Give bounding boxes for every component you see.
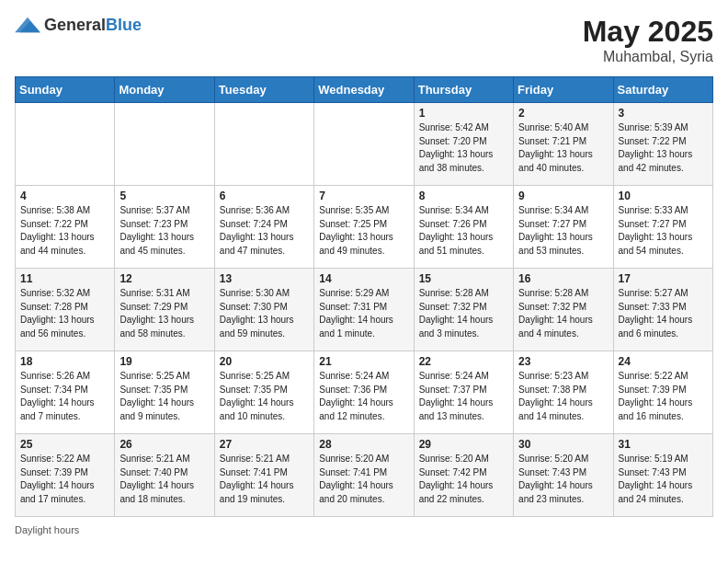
calendar-week-row: 11Sunrise: 5:32 AM Sunset: 7:28 PM Dayli… (16, 269, 713, 351)
day-number: 7 (319, 190, 408, 202)
calendar-cell: 14Sunrise: 5:29 AM Sunset: 7:31 PM Dayli… (314, 269, 414, 351)
day-number: 20 (220, 355, 309, 368)
day-number: 1 (419, 107, 508, 120)
day-of-week-sunday: Sunday (16, 77, 115, 103)
day-info: Sunrise: 5:34 AM Sunset: 7:26 PM Dayligh… (419, 204, 508, 258)
calendar-week-row: 25Sunrise: 5:22 AM Sunset: 7:39 PM Dayli… (16, 434, 713, 517)
day-number: 13 (220, 272, 309, 285)
day-number: 6 (220, 190, 309, 202)
day-info: Sunrise: 5:24 AM Sunset: 7:37 PM Dayligh… (419, 370, 508, 423)
day-info: Sunrise: 5:25 AM Sunset: 7:35 PM Dayligh… (119, 370, 209, 423)
calendar-cell: 3Sunrise: 5:39 AM Sunset: 7:22 PM Daylig… (613, 103, 712, 186)
day-info: Sunrise: 5:22 AM Sunset: 7:39 PM Dayligh… (619, 370, 708, 423)
calendar-cell: 6Sunrise: 5:36 AM Sunset: 7:24 PM Daylig… (214, 186, 313, 269)
calendar-cell: 8Sunrise: 5:34 AM Sunset: 7:26 PM Daylig… (414, 186, 513, 269)
day-info: Sunrise: 5:29 AM Sunset: 7:31 PM Dayligh… (319, 287, 408, 340)
calendar-week-row: 1Sunrise: 5:42 AM Sunset: 7:20 PM Daylig… (16, 103, 713, 186)
day-info: Sunrise: 5:34 AM Sunset: 7:27 PM Dayligh… (518, 204, 608, 258)
calendar-cell (16, 103, 115, 186)
calendar-cell: 1Sunrise: 5:42 AM Sunset: 7:20 PM Daylig… (414, 103, 513, 186)
day-number: 5 (119, 190, 209, 202)
day-of-week-header-row: SundayMondayTuesdayWednesdayThursdayFrid… (16, 77, 713, 103)
day-info: Sunrise: 5:42 AM Sunset: 7:20 PM Dayligh… (419, 121, 508, 175)
day-number: 24 (619, 355, 708, 368)
day-number: 8 (419, 190, 508, 202)
day-number: 25 (20, 438, 109, 451)
day-number: 10 (619, 190, 708, 202)
day-number: 21 (319, 355, 408, 368)
calendar-cell (115, 103, 214, 186)
calendar-cell: 17Sunrise: 5:27 AM Sunset: 7:33 PM Dayli… (613, 269, 712, 351)
day-number: 27 (220, 438, 309, 451)
day-info: Sunrise: 5:35 AM Sunset: 7:25 PM Dayligh… (319, 204, 408, 258)
calendar-body: 1Sunrise: 5:42 AM Sunset: 7:20 PM Daylig… (16, 103, 713, 517)
calendar-table: SundayMondayTuesdayWednesdayThursdayFrid… (15, 76, 713, 517)
day-info: Sunrise: 5:33 AM Sunset: 7:27 PM Dayligh… (619, 204, 708, 258)
calendar-week-row: 18Sunrise: 5:26 AM Sunset: 7:34 PM Dayli… (16, 351, 713, 434)
day-of-week-saturday: Saturday (613, 77, 712, 103)
day-of-week-friday: Friday (514, 77, 613, 103)
calendar-cell: 13Sunrise: 5:30 AM Sunset: 7:30 PM Dayli… (214, 269, 313, 351)
day-number: 28 (319, 438, 408, 451)
calendar-cell: 4Sunrise: 5:38 AM Sunset: 7:22 PM Daylig… (16, 186, 115, 269)
calendar-cell (314, 103, 414, 186)
day-number: 11 (20, 272, 109, 285)
day-info: Sunrise: 5:37 AM Sunset: 7:23 PM Dayligh… (119, 204, 209, 258)
day-info: Sunrise: 5:20 AM Sunset: 7:41 PM Dayligh… (319, 453, 408, 506)
day-number: 16 (518, 272, 608, 285)
calendar-cell: 24Sunrise: 5:22 AM Sunset: 7:39 PM Dayli… (613, 351, 712, 434)
day-info: Sunrise: 5:31 AM Sunset: 7:29 PM Dayligh… (119, 287, 209, 340)
day-info: Sunrise: 5:20 AM Sunset: 7:43 PM Dayligh… (518, 453, 608, 506)
day-info: Sunrise: 5:36 AM Sunset: 7:24 PM Dayligh… (220, 204, 309, 258)
day-info: Sunrise: 5:40 AM Sunset: 7:21 PM Dayligh… (518, 121, 608, 175)
day-number: 14 (319, 272, 408, 285)
day-number: 23 (518, 355, 608, 368)
day-of-week-wednesday: Wednesday (314, 77, 414, 103)
calendar-cell: 28Sunrise: 5:20 AM Sunset: 7:41 PM Dayli… (314, 434, 414, 517)
calendar-cell: 7Sunrise: 5:35 AM Sunset: 7:25 PM Daylig… (314, 186, 414, 269)
calendar-cell: 21Sunrise: 5:24 AM Sunset: 7:36 PM Dayli… (314, 351, 414, 434)
day-number: 19 (119, 355, 209, 368)
day-info: Sunrise: 5:39 AM Sunset: 7:22 PM Dayligh… (619, 121, 708, 175)
day-number: 30 (518, 438, 608, 451)
calendar-cell: 30Sunrise: 5:20 AM Sunset: 7:43 PM Dayli… (514, 434, 613, 517)
day-info: Sunrise: 5:21 AM Sunset: 7:41 PM Dayligh… (220, 453, 309, 506)
calendar-cell: 10Sunrise: 5:33 AM Sunset: 7:27 PM Dayli… (613, 186, 712, 269)
calendar-week-row: 4Sunrise: 5:38 AM Sunset: 7:22 PM Daylig… (16, 186, 713, 269)
calendar-cell: 5Sunrise: 5:37 AM Sunset: 7:23 PM Daylig… (115, 186, 214, 269)
calendar-cell: 16Sunrise: 5:28 AM Sunset: 7:32 PM Dayli… (514, 269, 613, 351)
day-number: 15 (419, 272, 508, 285)
calendar-cell: 31Sunrise: 5:19 AM Sunset: 7:43 PM Dayli… (613, 434, 712, 517)
calendar-cell: 29Sunrise: 5:20 AM Sunset: 7:42 PM Dayli… (414, 434, 513, 517)
day-of-week-tuesday: Tuesday (214, 77, 313, 103)
day-number: 12 (119, 272, 209, 285)
location-subtitle: Muhambal, Syria (583, 49, 713, 65)
day-info: Sunrise: 5:27 AM Sunset: 7:33 PM Dayligh… (619, 287, 708, 340)
day-number: 18 (20, 355, 109, 368)
day-of-week-thursday: Thursday (414, 77, 513, 103)
day-info: Sunrise: 5:23 AM Sunset: 7:38 PM Dayligh… (518, 370, 608, 423)
calendar-cell: 19Sunrise: 5:25 AM Sunset: 7:35 PM Dayli… (115, 351, 214, 434)
logo-icon (15, 15, 40, 35)
day-number: 31 (619, 438, 708, 451)
day-number: 26 (119, 438, 209, 451)
page-header: GeneralBlue May 2025 Muhambal, Syria (15, 15, 713, 65)
calendar-cell: 11Sunrise: 5:32 AM Sunset: 7:28 PM Dayli… (16, 269, 115, 351)
day-info: Sunrise: 5:19 AM Sunset: 7:43 PM Dayligh… (619, 453, 708, 506)
day-info: Sunrise: 5:28 AM Sunset: 7:32 PM Dayligh… (518, 287, 608, 340)
day-info: Sunrise: 5:21 AM Sunset: 7:40 PM Dayligh… (119, 453, 209, 506)
calendar-cell: 25Sunrise: 5:22 AM Sunset: 7:39 PM Dayli… (16, 434, 115, 517)
day-of-week-monday: Monday (115, 77, 214, 103)
calendar-cell (214, 103, 313, 186)
calendar-cell: 27Sunrise: 5:21 AM Sunset: 7:41 PM Dayli… (214, 434, 313, 517)
day-number: 9 (518, 190, 608, 202)
footer-note: Daylight hours (15, 524, 713, 535)
calendar-cell: 2Sunrise: 5:40 AM Sunset: 7:21 PM Daylig… (514, 103, 613, 186)
calendar-cell: 12Sunrise: 5:31 AM Sunset: 7:29 PM Dayli… (115, 269, 214, 351)
day-info: Sunrise: 5:28 AM Sunset: 7:32 PM Dayligh… (419, 287, 508, 340)
day-number: 17 (619, 272, 708, 285)
day-info: Sunrise: 5:32 AM Sunset: 7:28 PM Dayligh… (20, 287, 109, 340)
day-number: 3 (619, 107, 708, 120)
day-info: Sunrise: 5:38 AM Sunset: 7:22 PM Dayligh… (20, 204, 109, 258)
day-info: Sunrise: 5:25 AM Sunset: 7:35 PM Dayligh… (220, 370, 309, 423)
